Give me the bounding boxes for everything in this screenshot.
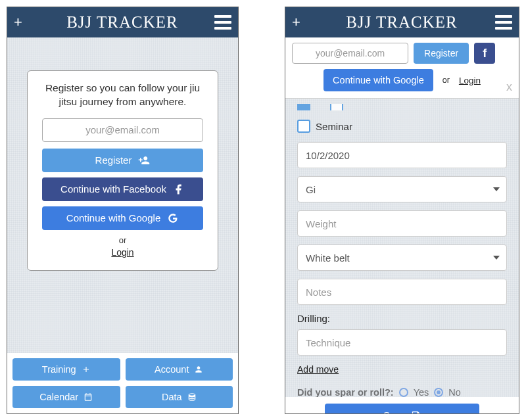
date-field[interactable]: 10/2/2020 (297, 142, 507, 168)
user-icon (194, 365, 203, 374)
facebook-button[interactable]: f (474, 43, 495, 64)
register-prompt: Register so you can follow your jiu jits… (42, 82, 203, 109)
or-text: or (442, 76, 450, 85)
login-link[interactable]: Login (459, 76, 481, 85)
drilling-section-label: Drilling: (297, 313, 507, 324)
left-phone: + BJJ TRACKER Register so you can follow… (7, 7, 239, 414)
right-phone: + BJJ TRACKER Register f Continue with G… (285, 7, 519, 414)
hamburger-icon[interactable] (214, 15, 231, 30)
nav-calendar[interactable]: Calendar (12, 386, 120, 408)
training-form: Seminar 10/2/2020 Gi Weight White belt N… (285, 99, 519, 397)
main-background: Register so you can follow your jiu jits… (7, 37, 238, 353)
email-field[interactable] (292, 43, 408, 64)
weight-placeholder: Weight (306, 218, 336, 229)
seminar-label: Seminar (316, 121, 352, 132)
checkbox-icon[interactable] (330, 104, 343, 110)
bottom-nav: Training Account Calendar Data (7, 353, 238, 413)
facebook-button-label: Continue with Facebook (60, 183, 166, 195)
nav-account-label: Account (155, 364, 189, 375)
close-icon[interactable]: x (506, 80, 512, 94)
save-button-label: Save (383, 409, 406, 415)
save-button[interactable]: Save (325, 404, 479, 414)
google-button[interactable]: Continue with Google (42, 206, 203, 230)
notes-field[interactable]: Notes (297, 279, 507, 305)
nav-data-label: Data (162, 392, 182, 402)
google-button[interactable]: Continue with Google (323, 69, 433, 91)
login-link[interactable]: Login (111, 247, 133, 258)
register-button[interactable]: Register (42, 149, 203, 172)
add-icon[interactable]: + (292, 14, 300, 31)
main-background: Seminar 10/2/2020 Gi Weight White belt N… (285, 99, 519, 414)
database-icon (187, 392, 197, 402)
email-field[interactable] (42, 118, 203, 142)
belt-select[interactable]: White belt (297, 245, 507, 271)
nav-calendar-label: Calendar (39, 392, 78, 402)
register-button[interactable]: Register (414, 43, 469, 64)
plus-icon (82, 365, 91, 374)
facebook-icon (173, 183, 185, 195)
save-bar: Save (285, 397, 519, 414)
checkbox-icon[interactable] (297, 104, 310, 110)
nav-account[interactable]: Account (126, 358, 233, 381)
spar-yes-label: Yes (414, 388, 429, 397)
gi-select[interactable]: Gi (297, 176, 507, 202)
register-button-label: Register (95, 154, 132, 166)
hamburger-icon[interactable] (495, 15, 512, 30)
technique-field[interactable]: Technique (297, 329, 507, 356)
partial-checkbox-row (297, 104, 507, 110)
date-value: 10/2/2020 (306, 150, 350, 161)
google-icon (167, 212, 179, 224)
add-icon[interactable]: + (14, 14, 22, 31)
nav-training[interactable]: Training (12, 358, 120, 381)
header-bar: + BJJ TRACKER (7, 7, 238, 37)
user-plus-icon (138, 154, 150, 166)
spar-no-radio[interactable] (434, 388, 443, 397)
nav-training-label: Training (42, 364, 76, 375)
calendar-icon (84, 392, 93, 402)
seminar-checkbox[interactable] (297, 120, 310, 133)
brand-title: BJJ TRACKER (30, 13, 214, 32)
brand-title: BJJ TRACKER (308, 13, 495, 32)
add-move-link[interactable]: Add move (297, 364, 339, 375)
gi-select-value: Gi (306, 184, 316, 195)
belt-select-value: White belt (306, 252, 350, 264)
spar-question-row: Did you spar or roll?: Yes No (297, 388, 507, 397)
header-bar: + BJJ TRACKER (285, 7, 519, 37)
weight-field[interactable]: Weight (297, 210, 507, 237)
chevron-down-icon (493, 256, 500, 260)
spar-yes-radio[interactable] (399, 388, 408, 397)
save-icon (411, 410, 421, 415)
spar-question-label: Did you spar or roll?: (297, 388, 394, 397)
facebook-button[interactable]: Continue with Facebook (42, 177, 203, 201)
register-banner: Register f Continue with Google or Login… (285, 37, 519, 99)
nav-data[interactable]: Data (126, 386, 233, 408)
google-button-label: Continue with Google (66, 212, 160, 223)
spar-no-label: No (448, 388, 461, 397)
or-text: or (42, 235, 203, 245)
chevron-down-icon (493, 187, 500, 191)
technique-placeholder: Technique (306, 337, 350, 348)
register-card: Register so you can follow your jiu jits… (27, 70, 218, 271)
notes-placeholder: Notes (306, 287, 331, 298)
